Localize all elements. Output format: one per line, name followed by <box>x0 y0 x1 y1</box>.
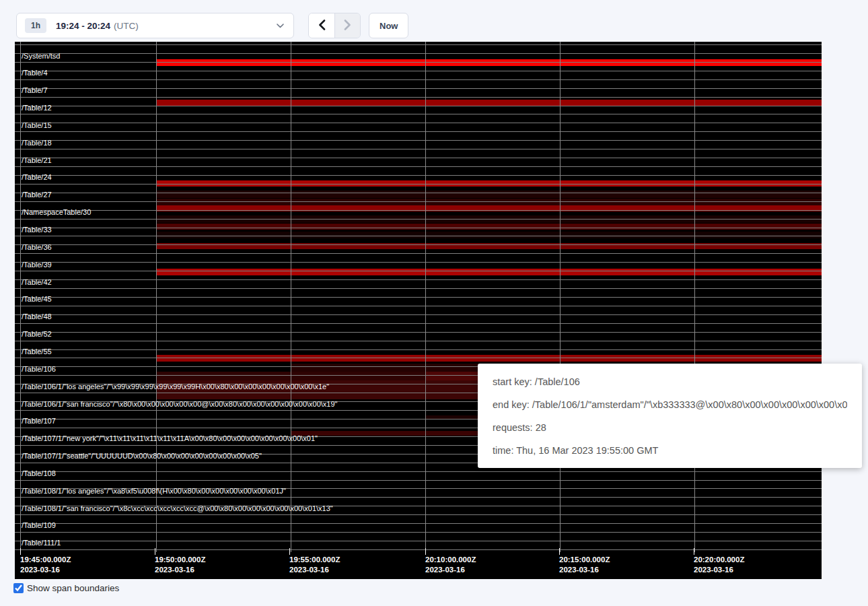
span-boundary-line <box>15 219 822 220</box>
span-boundary-line <box>15 244 822 245</box>
row-label: /Table/48 <box>22 312 52 321</box>
span-boundary-line <box>15 549 822 550</box>
heat-band <box>156 224 822 230</box>
row-label: /Table/106/1/"los angeles"/"\x99\x99\x99… <box>22 382 329 391</box>
show-span-boundaries-checkbox[interactable] <box>13 583 24 593</box>
heat-band <box>156 59 822 66</box>
show-span-boundaries: Show span boundaries <box>13 583 119 593</box>
tooltip-start-key: start key: /Table/106 <box>493 370 847 393</box>
axis-tick <box>694 548 694 555</box>
row-label: /Table/7 <box>22 86 48 94</box>
span-boundary-line <box>15 62 822 63</box>
time-bucket-line <box>291 42 291 552</box>
span-boundary-line <box>15 262 822 263</box>
prev-range-button[interactable] <box>309 13 334 38</box>
key-visualizer-page: 1h 19:24 - 20:24 (UTC) Now /System/t <box>0 0 868 606</box>
time-bucket-line <box>694 42 695 552</box>
axis-time-label: 20:20:00.000Z <box>694 555 744 565</box>
row-label: /Table/18 <box>22 139 52 147</box>
axis-time-label: 19:50:00.000Z <box>155 555 205 565</box>
row-label: /Table/111/1 <box>22 539 61 547</box>
time-range-select[interactable]: 1h 19:24 - 20:24 (UTC) <box>16 13 294 38</box>
span-boundary-line <box>15 53 822 54</box>
row-label: /Table/107/1/"new york"/"\x11\x11\x11\x1… <box>22 434 318 442</box>
row-label: /Table/45 <box>22 295 52 303</box>
row-label: /Table/4 <box>22 69 48 77</box>
tooltip-end-key: end key: /Table/106/1/"amsterdam"/"\xb33… <box>493 393 847 416</box>
span-boundary-line <box>15 201 822 202</box>
axis-tick <box>289 548 290 555</box>
time-window-badge: 1h <box>25 18 46 33</box>
row-label: /Table/107 <box>22 417 56 425</box>
row-label: /Table/108/1/"los angeles"/"\xa8\xf5\u00… <box>22 487 286 495</box>
time-bucket-line <box>425 42 426 552</box>
heat-band <box>156 232 822 238</box>
chevron-right-icon <box>344 20 351 32</box>
time-range-label: 19:24 - 20:24 <box>56 21 110 31</box>
axis-date-label: 2023-03-16 <box>289 565 329 575</box>
time-bucket-line <box>560 42 560 552</box>
span-boundary-line <box>15 114 822 114</box>
axis-tick <box>20 548 21 555</box>
row-label: /Table/42 <box>22 278 52 286</box>
row-label: /NamespaceTable/30 <box>22 208 91 216</box>
heat-band <box>156 243 822 249</box>
chevron-left-icon <box>318 20 326 32</box>
next-range-button[interactable] <box>334 13 360 38</box>
span-boundary-line <box>15 253 822 254</box>
axis-time-label: 20:10:00.000Z <box>425 555 476 565</box>
row-label: /Table/27 <box>22 191 52 199</box>
tooltip-requests: requests: 28 <box>493 416 847 439</box>
span-boundary-line <box>15 210 822 211</box>
span-boundary-line <box>15 228 822 228</box>
span-boundary-line <box>15 297 822 298</box>
span-boundary-line <box>15 358 822 358</box>
span-boundary-line <box>15 71 822 71</box>
span-boundary-line <box>15 158 822 158</box>
heat-band <box>156 191 822 198</box>
row-label: /Table/108/1/"san francisco"/"\x8c\xcc\x… <box>22 504 333 512</box>
span-boundary-line <box>15 323 822 324</box>
axis-tick <box>155 548 155 555</box>
timezone-label: (UTC) <box>114 21 139 31</box>
row-label: /Table/12 <box>22 104 52 112</box>
hover-tooltip: start key: /Table/106 end key: /Table/10… <box>478 364 862 468</box>
tooltip-time: time: Thu, 16 Mar 2023 19:55:00 GMT <box>493 439 847 462</box>
axis-date-label: 2023-03-16 <box>20 565 60 575</box>
row-label: /Table/39 <box>22 261 52 269</box>
heat-band <box>156 199 822 205</box>
span-boundary-line <box>15 44 822 45</box>
span-boundary-line <box>15 349 822 350</box>
row-label: /Table/15 <box>22 121 52 129</box>
span-boundary-line <box>15 541 822 541</box>
now-button[interactable]: Now <box>369 13 408 38</box>
span-boundary-line <box>15 279 822 280</box>
row-label: /Table/21 <box>22 156 52 164</box>
span-boundary-line <box>15 306 822 306</box>
time-nav-group <box>308 13 361 38</box>
heat-band <box>156 269 822 275</box>
span-boundary-line <box>15 523 822 524</box>
span-boundary-line <box>15 88 822 89</box>
span-boundary-line <box>15 140 822 141</box>
row-label: /System/tsd <box>22 52 60 60</box>
span-boundary-line <box>15 341 822 341</box>
axis-tick <box>425 548 426 555</box>
row-label: /Table/52 <box>22 330 52 338</box>
row-label: /Table/108 <box>22 469 56 477</box>
row-label: /Table/106/1/"san francisco"/"\x80\x00\x… <box>22 400 338 408</box>
chevron-down-icon <box>277 24 284 28</box>
row-label: /Table/24 <box>22 173 52 181</box>
row-label: /Table/106 <box>22 365 56 373</box>
span-boundary-line <box>15 123 822 123</box>
row-label: /Table/109 <box>22 521 56 529</box>
time-bucket-line <box>20 42 21 552</box>
axis-date-label: 2023-03-16 <box>155 565 194 575</box>
row-label: /Table/55 <box>22 347 52 356</box>
axis-time-label: 19:55:00.000Z <box>289 555 340 565</box>
span-boundary-line <box>15 175 822 176</box>
span-boundary-line <box>15 332 822 333</box>
span-boundary-line <box>15 532 822 533</box>
key-visualizer-canvas[interactable]: /System/tsd/Table/4/Table/7/Table/12/Tab… <box>15 42 822 579</box>
axis-time-label: 19:45:00.000Z <box>20 555 71 565</box>
